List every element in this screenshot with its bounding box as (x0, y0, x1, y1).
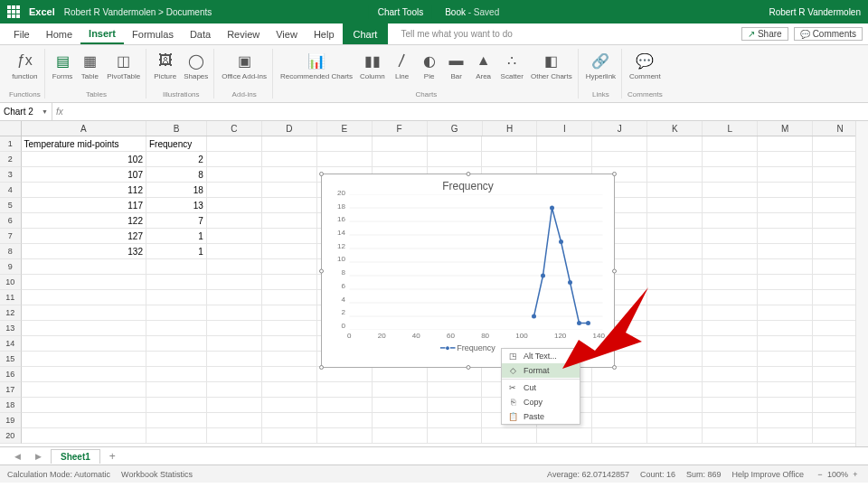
workbook-stats[interactable]: Workbook Statistics (121, 470, 193, 479)
cell[interactable]: 122 (22, 213, 146, 229)
tab-help[interactable]: Help (306, 23, 343, 44)
cell[interactable] (262, 259, 317, 275)
resize-handle[interactable] (612, 365, 617, 370)
cell[interactable] (207, 398, 262, 413)
cell[interactable]: Temperature mid-points (22, 136, 146, 152)
row-header[interactable]: 1 (0, 136, 22, 152)
row-header[interactable]: 2 (0, 152, 22, 167)
document-title[interactable]: Book - Saved (445, 7, 499, 17)
cell[interactable] (146, 398, 207, 413)
cell[interactable] (373, 428, 428, 444)
cell[interactable] (482, 152, 537, 167)
cell[interactable] (22, 259, 146, 275)
cell[interactable] (758, 352, 813, 367)
zoom-out-button[interactable]: − (815, 470, 826, 479)
vertical-scrollbar[interactable] (855, 121, 868, 446)
cell[interactable] (647, 352, 703, 367)
cell[interactable] (207, 305, 262, 321)
cell[interactable] (703, 198, 758, 213)
col-header[interactable]: J (592, 121, 647, 136)
chart-title[interactable]: Frequency (322, 174, 614, 194)
cell[interactable] (22, 321, 146, 336)
comment-button[interactable]: 💬Comment (627, 49, 663, 82)
cell[interactable] (758, 213, 813, 229)
cell[interactable] (317, 382, 373, 398)
pie-chart-button[interactable]: ◐Pie (418, 49, 441, 82)
row-header[interactable]: 17 (0, 382, 22, 398)
cell[interactable] (758, 398, 813, 413)
cell[interactable] (207, 183, 262, 198)
cell[interactable] (428, 136, 483, 152)
row-header[interactable]: 6 (0, 213, 22, 229)
recommended-charts-button[interactable]: 📊Recommended Charts (278, 49, 354, 82)
cell[interactable] (146, 367, 207, 382)
resize-handle[interactable] (466, 172, 470, 176)
col-header[interactable]: H (483, 121, 538, 136)
cell[interactable] (703, 275, 758, 290)
cell[interactable] (207, 152, 262, 167)
cell[interactable] (146, 413, 207, 428)
cell[interactable] (146, 352, 207, 367)
col-header[interactable]: C (207, 121, 262, 136)
cell[interactable] (317, 136, 373, 152)
cell[interactable] (758, 167, 813, 183)
cell[interactable] (262, 352, 317, 367)
cell[interactable] (262, 152, 317, 167)
row-header[interactable]: 14 (0, 336, 22, 352)
cell[interactable] (207, 136, 262, 152)
cell[interactable] (373, 413, 428, 428)
cell[interactable] (373, 136, 428, 152)
cell[interactable] (647, 198, 703, 213)
cell[interactable] (647, 136, 703, 152)
cell[interactable] (207, 336, 262, 352)
table-button[interactable]: ▦Table (78, 49, 101, 82)
cell[interactable] (373, 367, 428, 382)
row-header[interactable]: 3 (0, 167, 22, 183)
cell[interactable] (758, 367, 813, 382)
cell[interactable] (207, 382, 262, 398)
cell[interactable] (207, 321, 262, 336)
cell[interactable] (647, 229, 703, 244)
cell[interactable] (207, 198, 262, 213)
cell[interactable] (146, 275, 207, 290)
cell[interactable] (647, 305, 703, 321)
function-button[interactable]: ƒxfunction (10, 49, 39, 82)
row-header[interactable]: 4 (0, 183, 22, 198)
cell[interactable] (207, 275, 262, 290)
cell[interactable] (262, 136, 317, 152)
cell[interactable]: 18 (146, 183, 207, 198)
cell[interactable] (262, 382, 317, 398)
cell[interactable] (703, 136, 758, 152)
cell[interactable]: Frequency (146, 136, 207, 152)
cell[interactable] (647, 398, 703, 413)
cell[interactable] (592, 413, 647, 428)
cell[interactable] (262, 275, 317, 290)
col-header[interactable]: D (262, 121, 317, 136)
cell[interactable] (22, 290, 146, 305)
row-header[interactable]: 11 (0, 290, 22, 305)
cell[interactable] (647, 183, 703, 198)
cell[interactable] (373, 152, 428, 167)
cell[interactable] (262, 198, 317, 213)
cell[interactable] (592, 382, 647, 398)
cell[interactable] (758, 382, 813, 398)
cell[interactable]: 112 (22, 183, 146, 198)
cell[interactable] (758, 413, 813, 428)
picture-button[interactable]: 🖼Picture (152, 49, 178, 82)
cell[interactable] (703, 367, 758, 382)
cell[interactable] (207, 167, 262, 183)
cell[interactable] (703, 290, 758, 305)
cell[interactable] (592, 136, 647, 152)
fx-icon[interactable]: fx (56, 107, 63, 117)
cell[interactable] (262, 398, 317, 413)
cell[interactable] (262, 167, 317, 183)
cell[interactable] (647, 290, 703, 305)
cell[interactable] (22, 382, 146, 398)
tab-file[interactable]: File (5, 23, 38, 44)
col-header[interactable]: M (758, 121, 813, 136)
row-header[interactable]: 13 (0, 321, 22, 336)
zoom-level[interactable]: 100% (827, 470, 848, 479)
row-header[interactable]: 18 (0, 398, 22, 413)
col-header[interactable]: I (537, 121, 592, 136)
tab-data[interactable]: Data (182, 23, 219, 44)
